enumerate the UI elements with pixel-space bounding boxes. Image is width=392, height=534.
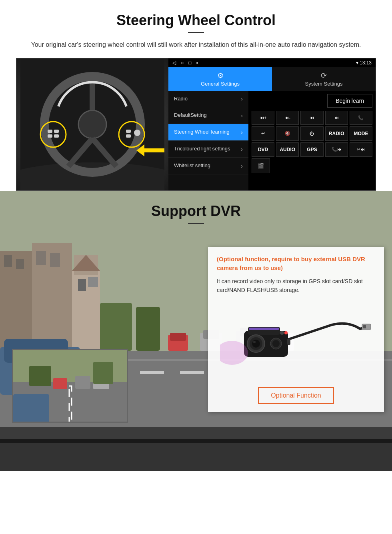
radio-btn[interactable]: RADIO	[325, 126, 348, 141]
phone-prev-btn[interactable]: 📞⏮	[325, 142, 348, 157]
tab-system-settings[interactable]: ⟳ System Settings	[272, 67, 376, 91]
svg-point-15	[134, 130, 140, 136]
system-icon: ⟳	[276, 71, 372, 80]
title-divider	[188, 32, 204, 33]
svg-rect-22	[36, 251, 46, 265]
menu-item-radio[interactable]: Radio ›	[168, 91, 248, 108]
svg-rect-29	[100, 303, 132, 351]
svg-rect-10	[54, 130, 59, 133]
prev-track-btn[interactable]: ⏮	[300, 111, 323, 125]
svg-rect-9	[48, 134, 52, 138]
next-mix-btn[interactable]: ✂⏭	[350, 142, 372, 157]
svg-rect-13	[126, 130, 131, 133]
page-title: Steering Wheel Control	[16, 12, 376, 29]
dvr-section-title: Support DVR	[0, 203, 392, 220]
svg-rect-19	[4, 255, 12, 267]
mute-btn[interactable]: 🔇	[276, 126, 299, 141]
steering-section: Steering Wheel Control Your original car…	[0, 0, 392, 191]
settings-menu-list: Radio › DefaultSetting › Steering Wheel …	[168, 91, 248, 190]
menu-steering-label: Steering Wheel learning	[174, 129, 230, 136]
nav-home-icon[interactable]: ○	[181, 60, 184, 66]
control-buttons-row4: 🎬	[252, 158, 372, 173]
vol-down-btn[interactable]: ⏮-	[276, 111, 299, 125]
svg-point-64	[252, 340, 260, 348]
gps-btn[interactable]: GPS	[300, 142, 323, 157]
dvr-screen-inner	[13, 350, 127, 422]
status-bar-right: ▾ 13:13	[356, 60, 372, 66]
hang-up-btn[interactable]: ↩	[252, 126, 274, 141]
menu-item-steering-wheel[interactable]: Steering Wheel learning ›	[168, 124, 248, 141]
time-display: 13:13	[360, 60, 372, 66]
nav-buttons: ◁ ○ □ ▪	[172, 60, 198, 66]
svg-point-68	[280, 331, 284, 335]
svg-rect-70	[287, 339, 290, 345]
chevron-right-icon: ›	[241, 146, 243, 152]
dvr-optional-highlight: (Optional function, require to buy exter…	[217, 255, 375, 273]
svg-rect-14	[126, 134, 131, 138]
tab-general-settings[interactable]: ⚙ General Settings	[168, 67, 272, 91]
nav-back-icon[interactable]: ◁	[172, 60, 176, 66]
svg-rect-58	[363, 325, 366, 328]
settings-tabs: ⚙ General Settings ⟳ System Settings	[168, 67, 376, 91]
chevron-right-icon: ›	[241, 163, 243, 169]
svg-rect-51	[75, 376, 90, 389]
dvr-camera-illustration	[217, 301, 375, 381]
nav-square-icon[interactable]: □	[188, 60, 191, 66]
control-buttons-row2: ↩ 🔇 ⏻ RADIO MODE	[252, 126, 372, 141]
chevron-right-icon: ›	[241, 129, 243, 136]
dvr-description: It can record video only to storage in G…	[217, 277, 375, 295]
steering-control-panel: Begin learn ⏮+ ⏮- ⏮ ⏭ 📞 ↩ 🔇 ⏻	[248, 91, 376, 190]
svg-rect-28	[88, 277, 98, 287]
mode-btn[interactable]: MODE	[350, 126, 372, 141]
chevron-right-icon: ›	[241, 112, 243, 119]
svg-point-3	[78, 110, 106, 138]
svg-rect-37	[170, 333, 186, 341]
status-bar: ◁ ○ □ ▪ ▾ 13:13	[168, 58, 376, 67]
svg-point-69	[284, 331, 288, 334]
gear-icon: ⚙	[172, 71, 268, 80]
svg-rect-30	[136, 307, 160, 351]
svg-point-65	[253, 341, 256, 343]
svg-rect-46	[0, 427, 392, 443]
dvr-camera-svg	[220, 301, 372, 381]
dvd-btn[interactable]: DVD	[252, 142, 274, 157]
chevron-right-icon: ›	[241, 96, 243, 102]
svg-rect-27	[78, 279, 86, 291]
dvr-title-area: Support DVR	[0, 191, 392, 232]
begin-learn-row: Begin learn	[252, 94, 372, 108]
svg-rect-34	[140, 371, 164, 374]
menu-item-tricoloured[interactable]: Tricoloured light settings ›	[168, 141, 248, 158]
begin-learn-button[interactable]: Begin learn	[327, 94, 372, 108]
nav-dot-icon[interactable]: ▪	[196, 60, 198, 66]
subtitle-text: Your original car's steering wheel contr…	[24, 40, 368, 50]
svg-rect-54	[29, 366, 51, 386]
dvr-info-card: (Optional function, require to buy exter…	[208, 247, 384, 412]
svg-rect-55	[93, 362, 113, 384]
menu-item-whitelist[interactable]: Whitelist setting ›	[168, 158, 248, 174]
tab-system-label: System Settings	[305, 81, 343, 87]
menu-tricoloured-label: Tricoloured light settings	[174, 146, 230, 152]
next-track-btn[interactable]: ⏭	[325, 111, 348, 125]
android-ui-screenshot: ◁ ○ □ ▪ ▾ 13:13 ⚙ General Settings ⟳	[16, 58, 376, 191]
tab-general-label: General Settings	[201, 81, 240, 87]
audio-btn[interactable]: AUDIO	[276, 142, 299, 157]
control-buttons-row1: ⏮+ ⏮- ⏮ ⏭ 📞	[252, 111, 372, 125]
svg-rect-61	[249, 328, 279, 330]
steering-wheel-photo	[16, 58, 168, 190]
control-buttons-row3: DVD AUDIO GPS 📞⏮ ✂⏭	[252, 142, 372, 157]
svg-rect-23	[50, 253, 60, 267]
dvr-title-divider	[188, 223, 204, 224]
optional-function-button[interactable]: Optional Function	[258, 387, 334, 404]
steering-wheel-svg	[20, 58, 164, 190]
power-btn[interactable]: ⏻	[300, 126, 323, 141]
signal-icon: ▾	[356, 60, 358, 66]
menu-default-label: DefaultSetting	[174, 112, 207, 119]
dvr-screen-inset	[12, 349, 128, 423]
dvr-btn[interactable]: 🎬	[252, 158, 270, 173]
phone-btn[interactable]: 📞	[350, 111, 372, 125]
svg-rect-53	[13, 394, 49, 423]
android-settings-panel: ◁ ○ □ ▪ ▾ 13:13 ⚙ General Settings ⟳	[168, 58, 376, 190]
vol-up-btn[interactable]: ⏮+	[252, 111, 274, 125]
menu-item-default-setting[interactable]: DefaultSetting ›	[168, 107, 248, 124]
menu-whitelist-label: Whitelist setting	[174, 162, 210, 169]
